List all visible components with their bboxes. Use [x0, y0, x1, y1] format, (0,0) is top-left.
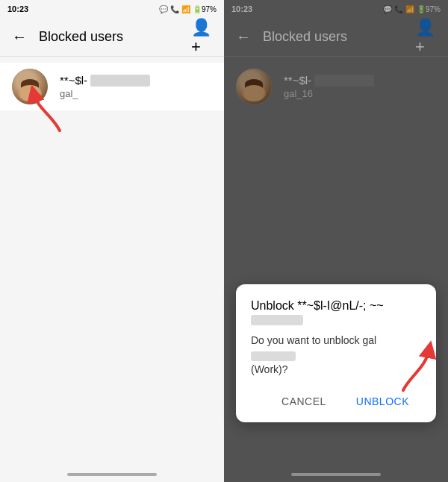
contact-list-left: **~$l- gal_ — [0, 57, 224, 116]
call-icon: 📞 — [170, 5, 179, 13]
home-indicator-left — [67, 473, 157, 476]
list-item[interactable]: **~$l- gal_ — [0, 63, 224, 110]
dialog-title: Unblock **~$l-I@nL/-; ~~ — [251, 299, 421, 326]
dialog-body-blurred — [251, 351, 296, 361]
bottom-bar-left — [0, 473, 224, 476]
left-panel: 10:23 💬 📞 📶 🔋97% ← Blocked users 👤+ **~$… — [0, 0, 224, 482]
dialog-title-text: Unblock **~$l-I@nL/-; ~~ — [251, 299, 384, 312]
back-icon-left: ← — [12, 28, 27, 46]
cancel-button[interactable]: Cancel — [270, 389, 338, 413]
contact-name-prefix-left: **~$l- — [60, 74, 87, 87]
whatsapp-icon: 💬 — [159, 5, 168, 13]
contact-sub-left: gal_ — [60, 88, 212, 99]
dialog-body-text: Do you want to unblock gal — [251, 334, 376, 346]
unblock-button[interactable]: Unblock — [344, 389, 421, 413]
dialog-title-blurred — [251, 315, 303, 325]
back-button-left[interactable]: ← — [6, 24, 33, 51]
time-left: 10:23 — [7, 4, 28, 13]
add-user-button-left[interactable]: 👤+ — [191, 24, 218, 51]
unblock-dialog: Unblock **~$l-I@nL/-; ~~ Do you want to … — [236, 284, 436, 422]
dialog-overlay: Unblock **~$l-I@nL/-; ~~ Do you want to … — [224, 0, 448, 482]
status-icons-left: 💬 📞 📶 🔋97% — [159, 5, 217, 13]
right-panel: 10:23 💬 📞 📶 🔋97% ← Blocked users 👤+ **~$… — [224, 0, 448, 482]
status-bar-left: 10:23 💬 📞 📶 🔋97% — [0, 0, 224, 18]
add-person-icon-left: 👤+ — [191, 18, 218, 57]
dialog-body: Do you want to unblock gal (Work)? — [251, 334, 421, 378]
avatar-left — [12, 69, 48, 104]
battery-icon: 🔋97% — [193, 5, 217, 13]
contact-name-row-left: **~$l- — [60, 74, 212, 87]
dialog-body-sub: (Work)? — [251, 363, 288, 375]
contact-name-blurred-left — [90, 75, 150, 87]
dialog-actions: Cancel Unblock — [251, 389, 421, 413]
signal-icon: 📶 — [181, 5, 190, 13]
toolbar-left: ← Blocked users 👤+ — [0, 18, 224, 57]
contact-info-left: **~$l- gal_ — [60, 74, 212, 99]
page-title-left: Blocked users — [39, 29, 191, 45]
